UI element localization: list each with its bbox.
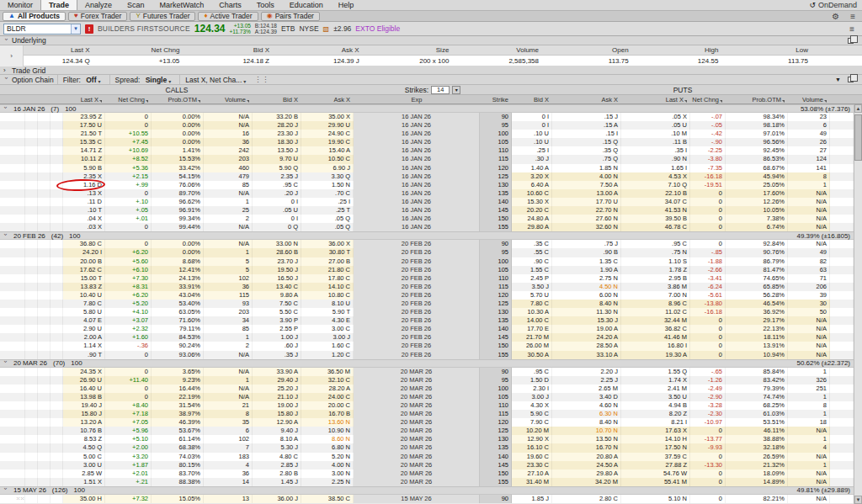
put-bid-cell[interactable]: .55 C <box>512 248 552 257</box>
put-bid-cell[interactable]: .90 C <box>512 257 552 266</box>
drag-handle-icon[interactable]: ⋮⋮ <box>254 76 269 83</box>
put-netchng-cell[interactable]: 0 <box>690 189 726 198</box>
put-prob-otm-cell[interactable]: 6.74% <box>726 223 788 231</box>
put-volume-cell[interactable]: 141 <box>788 164 830 172</box>
call-bid-cell[interactable]: 16.50 J <box>253 274 301 283</box>
detach-icon[interactable] <box>848 38 854 44</box>
put-prob-otm-cell[interactable]: 61.03% <box>726 410 788 418</box>
put-ask-cell[interactable]: 2.20 J <box>552 368 621 376</box>
put-ask-cell[interactable]: 8.40 N <box>552 300 621 308</box>
menu-item-trade[interactable]: Trade <box>40 0 77 10</box>
header-call-last-x[interactable]: Last X <box>63 95 105 103</box>
put-volume-cell[interactable]: 206 <box>788 283 830 291</box>
call-prob-otm-cell[interactable]: 68.38% <box>152 443 204 452</box>
call-last-cell[interactable]: .04 X <box>63 215 105 223</box>
put-volume-cell[interactable]: N/A <box>788 215 830 223</box>
call-bid-cell[interactable]: 12.90 A <box>253 418 301 427</box>
underlying-col-net-chng[interactable]: Net Chng <box>114 45 204 55</box>
put-prob-otm-cell[interactable]: 92.45% <box>726 146 788 155</box>
call-ask-cell[interactable]: 1.20 C <box>301 351 354 359</box>
put-netchng-cell[interactable]: 0 <box>690 478 726 486</box>
call-netchng-cell[interactable]: 0 <box>105 385 152 393</box>
call-ask-cell[interactable]: 36.00 X <box>301 240 354 248</box>
call-netchng-cell[interactable]: +7.30 <box>105 274 152 283</box>
put-prob-otm-cell[interactable]: 79.39% <box>726 385 788 393</box>
call-bid-cell[interactable]: 1.00 J <box>253 333 301 342</box>
call-prob-otm-cell[interactable]: 84.53% <box>152 333 204 342</box>
call-bid-cell[interactable]: 19.50 J <box>253 266 301 274</box>
call-ask-cell[interactable]: 6.90 J <box>301 164 354 172</box>
call-bid-cell[interactable]: 3.90 P <box>253 316 301 325</box>
call-volume-cell[interactable]: 85 <box>204 181 253 189</box>
gear-icon[interactable]: ⚙ <box>828 12 843 21</box>
call-last-cell[interactable]: 2.85 W <box>63 470 105 478</box>
put-last-cell[interactable]: 39.50 B <box>621 215 690 223</box>
put-ask-cell[interactable]: 8.40 N <box>552 418 621 427</box>
menu-item-scan[interactable]: Scan <box>120 0 152 10</box>
put-prob-otm-cell[interactable]: 17.60% <box>726 189 788 198</box>
call-prob-otm-cell[interactable]: 0.00% <box>152 113 204 121</box>
call-bid-cell[interactable]: 28.20 J <box>253 121 301 130</box>
call-netchng-cell[interactable]: -.36 <box>105 342 152 350</box>
call-bid-cell[interactable]: 7.50 C <box>253 300 301 308</box>
call-last-cell[interactable]: 10.76 B <box>63 427 105 435</box>
put-volume-cell[interactable]: 30 <box>788 300 830 308</box>
call-bid-cell[interactable]: 33.20 B <box>253 113 301 121</box>
put-netchng-cell[interactable]: -19.51 <box>690 181 726 189</box>
call-ask-cell[interactable]: 5.20 N <box>301 453 354 461</box>
call-volume-cell[interactable]: N/A <box>204 113 253 121</box>
put-netchng-cell[interactable]: 0 <box>690 316 726 325</box>
put-netchng-cell[interactable]: -6.24 <box>690 283 726 291</box>
call-prob-otm-cell[interactable]: 93.06% <box>152 351 204 359</box>
call-ask-cell[interactable]: 13.60 N <box>301 418 354 427</box>
call-netchng-cell[interactable]: 0 <box>105 240 152 248</box>
call-prob-otm-cell[interactable]: 15.05% <box>152 495 204 503</box>
put-bid-cell[interactable]: 17.70 E <box>512 325 552 333</box>
call-prob-otm-cell[interactable]: 99.34% <box>152 215 204 223</box>
call-netchng-cell[interactable]: +2.15 <box>105 172 152 181</box>
call-last-cell[interactable]: 2.00 A <box>63 333 105 342</box>
call-ask-cell[interactable]: 32.10 C <box>301 376 354 385</box>
call-bid-cell[interactable]: 0 I <box>253 215 301 223</box>
call-netchng-cell[interactable]: +.05 <box>105 206 152 215</box>
header-put-ask-x[interactable]: Ask X <box>552 95 621 103</box>
put-bid-cell[interactable]: 27.10 A <box>512 470 552 478</box>
call-ask-cell[interactable]: 36.50 M <box>301 368 354 376</box>
put-ask-cell[interactable]: .15 J <box>552 113 621 121</box>
put-volume-cell[interactable]: 71 <box>788 274 830 283</box>
put-last-cell[interactable]: 22.10 B <box>621 189 690 198</box>
call-bid-cell[interactable]: 19.00 J <box>253 401 301 410</box>
call-last-cell[interactable]: 13.20 A <box>63 418 105 427</box>
put-last-cell[interactable]: .05 X <box>621 113 690 121</box>
put-netchng-cell[interactable]: 0 <box>690 351 726 359</box>
call-prob-otm-cell[interactable]: 74.03% <box>152 453 204 461</box>
call-prob-otm-cell[interactable]: 96.91% <box>152 206 204 215</box>
put-netchng-cell[interactable]: 0 <box>690 325 726 333</box>
call-last-cell[interactable]: 5.00 C <box>63 453 105 461</box>
call-volume-cell[interactable]: 4 <box>204 461 253 470</box>
symbol-input[interactable]: BLDR ▾ <box>3 24 81 34</box>
call-ask-cell[interactable]: 17.80 C <box>301 274 354 283</box>
put-volume-cell[interactable]: 251 <box>788 385 830 393</box>
call-prob-otm-cell[interactable]: 12.41% <box>152 266 204 274</box>
call-prob-otm-cell[interactable]: 0.00% <box>152 248 204 257</box>
ondemand-button[interactable]: ↺ OnDemand <box>804 0 862 10</box>
put-bid-cell[interactable]: .10 U <box>512 138 552 146</box>
call-prob-otm-cell[interactable]: 53.67% <box>152 427 204 435</box>
put-prob-otm-cell[interactable]: 65.85% <box>726 283 788 291</box>
call-volume-cell[interactable]: 203 <box>204 155 253 163</box>
put-volume-cell[interactable]: 1 <box>788 393 830 401</box>
call-volume-cell[interactable]: 36 <box>204 470 253 478</box>
put-last-cell[interactable]: .90 N <box>621 155 690 163</box>
put-ask-cell[interactable]: .15 A <box>552 121 621 130</box>
call-ask-cell[interactable]: .05 Q <box>301 223 354 231</box>
call-volume-cell[interactable]: N/A <box>204 189 253 198</box>
put-ask-cell[interactable]: 2.75 N <box>552 274 621 283</box>
symbol-dropdown-icon[interactable]: ▾ <box>71 24 80 34</box>
expiration-header[interactable]: ›16 JAN 26(7)10053.08% (±7.376) <box>0 104 862 113</box>
call-ask-cell[interactable]: .25 T <box>301 206 354 215</box>
call-ask-cell[interactable]: 21.80 C <box>301 266 354 274</box>
call-bid-cell[interactable]: 33.00 N <box>253 240 301 248</box>
call-netchng-cell[interactable]: 0 <box>105 351 152 359</box>
put-volume-cell[interactable]: N/A <box>788 189 830 198</box>
